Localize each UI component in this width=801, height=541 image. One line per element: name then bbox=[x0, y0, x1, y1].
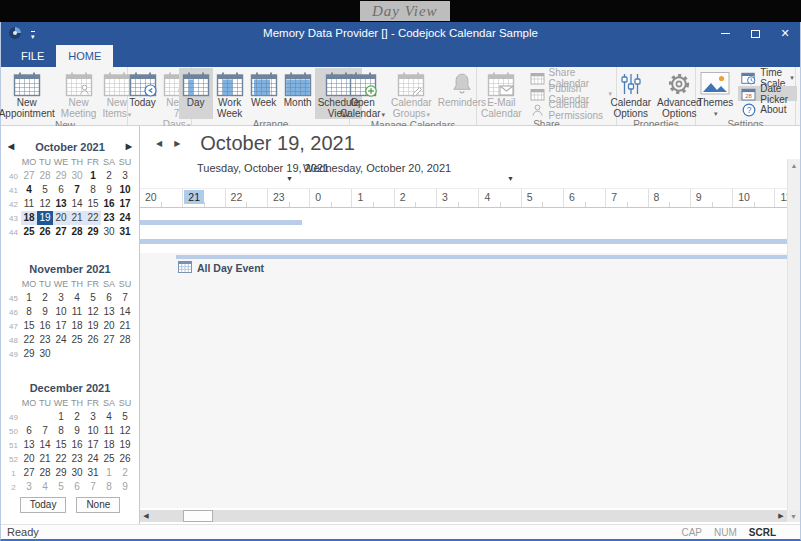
maximize-button[interactable] bbox=[740, 22, 770, 45]
mini-calendar-day[interactable]: 24 bbox=[117, 211, 133, 225]
new-appointment-button[interactable]: NewAppointment bbox=[0, 68, 58, 120]
mini-calendar-day[interactable]: 1 bbox=[85, 169, 101, 183]
date-picker-button[interactable]: 28 Date Picker bbox=[738, 86, 797, 101]
mini-calendar-day[interactable]: 26 bbox=[37, 225, 53, 239]
mini-calendar-day[interactable]: 14 bbox=[37, 438, 53, 452]
mini-calendar-day[interactable]: 23 bbox=[69, 452, 85, 466]
mini-calendar-day[interactable]: 4 bbox=[101, 410, 117, 424]
view-month-button[interactable]: Month bbox=[281, 68, 315, 119]
ruler-hour-cell[interactable]: 11 bbox=[774, 189, 787, 207]
mini-calendar-day[interactable]: 10 bbox=[53, 305, 69, 319]
ruler-hour-cell[interactable]: 5 bbox=[521, 189, 563, 207]
calendar-permissions-button[interactable]: Calendar Permissions bbox=[527, 102, 615, 117]
mini-calendar-day[interactable]: 28 bbox=[37, 466, 53, 480]
mini-calendar-day[interactable]: 23 bbox=[101, 211, 117, 225]
mini-calendar-day[interactable]: 10 bbox=[117, 183, 133, 197]
mini-calendar-day[interactable]: 8 bbox=[21, 305, 37, 319]
mini-calendar-day[interactable]: 30 bbox=[69, 466, 85, 480]
mini-calendar-day[interactable]: 21 bbox=[69, 211, 85, 225]
none-picker-button[interactable]: None bbox=[76, 497, 120, 513]
mini-calendar-day[interactable]: 5 bbox=[117, 410, 133, 424]
expand-day-arrow-icon[interactable]: ▼ bbox=[507, 175, 514, 182]
ruler-hour-cell[interactable]: 21 bbox=[182, 189, 224, 207]
mini-calendar-day[interactable]: 13 bbox=[21, 438, 37, 452]
ruler-hour-cell[interactable]: 7 bbox=[605, 189, 647, 207]
ruler-hour-cell[interactable]: 9 bbox=[690, 189, 732, 207]
mini-calendar-day[interactable]: 3 bbox=[21, 480, 37, 494]
mini-calendar-day[interactable]: 7 bbox=[85, 480, 101, 494]
mini-calendar-day[interactable]: 12 bbox=[117, 424, 133, 438]
mini-calendar-day[interactable]: 5 bbox=[85, 291, 101, 305]
mini-calendar-day[interactable]: 17 bbox=[117, 197, 133, 211]
mini-calendar-day[interactable]: 28 bbox=[37, 169, 53, 183]
mini-calendar-day[interactable]: 30 bbox=[69, 169, 85, 183]
mini-calendar-day[interactable]: 11 bbox=[101, 424, 117, 438]
mini-calendar-day[interactable]: 15 bbox=[53, 438, 69, 452]
mini-calendar-day[interactable]: 1 bbox=[53, 410, 69, 424]
ruler-hour-cell[interactable]: 8 bbox=[648, 189, 690, 207]
mini-calendar-day[interactable]: 8 bbox=[101, 480, 117, 494]
vertical-scrollbar[interactable]: ▲ bbox=[787, 159, 800, 513]
mini-calendar-day[interactable]: 27 bbox=[21, 169, 37, 183]
mini-calendar-day[interactable]: 14 bbox=[117, 305, 133, 319]
ruler-hour-cell[interactable]: 2 bbox=[394, 189, 436, 207]
mini-calendar-day[interactable]: 7 bbox=[117, 291, 133, 305]
close-button[interactable]: ✕ bbox=[770, 22, 800, 45]
mini-calendar-day[interactable]: 6 bbox=[53, 183, 69, 197]
minimize-button[interactable] bbox=[710, 22, 740, 45]
ruler-hour-cell[interactable]: 20 bbox=[140, 189, 182, 207]
view-week-button[interactable]: Week bbox=[247, 68, 281, 119]
email-calendar-button[interactable]: E-MailCalendar bbox=[478, 68, 525, 119]
calendar-groups-button[interactable]: Calendar Groups▾ bbox=[388, 68, 435, 120]
ruler-hour-cell[interactable]: 1 bbox=[351, 189, 393, 207]
mini-calendar-day[interactable]: 18 bbox=[21, 211, 37, 225]
themes-button[interactable]: Themes ▾ bbox=[694, 68, 736, 119]
mini-calendar-day[interactable]: 14 bbox=[69, 197, 85, 211]
mini-calendar-day[interactable]: 4 bbox=[69, 291, 85, 305]
ruler-hour-cell[interactable]: 3 bbox=[436, 189, 478, 207]
mini-calendar-day[interactable]: 6 bbox=[69, 480, 85, 494]
ruler-hour-cell[interactable]: 10 bbox=[732, 189, 774, 207]
mini-calendar-day[interactable]: 4 bbox=[21, 183, 37, 197]
scroll-left-arrow-icon[interactable]: ◀ bbox=[140, 510, 152, 522]
mini-calendar-day[interactable]: 2 bbox=[69, 410, 85, 424]
mini-calendar-day[interactable]: 6 bbox=[101, 291, 117, 305]
all-day-event-row[interactable]: All Day Event bbox=[178, 261, 264, 275]
mini-calendar-day[interactable]: 8 bbox=[53, 424, 69, 438]
scroll-down-arrow-icon[interactable]: ▼ bbox=[787, 510, 800, 522]
mini-calendar-day[interactable]: 19 bbox=[85, 319, 101, 333]
mini-calendar-day[interactable]: 16 bbox=[37, 319, 53, 333]
mini-calendar-day[interactable]: 27 bbox=[21, 466, 37, 480]
view-work-week-button[interactable]: WorkWeek bbox=[213, 68, 247, 119]
mini-calendar-day[interactable]: 27 bbox=[101, 333, 117, 347]
next-month-arrow-icon[interactable]: ▶ bbox=[126, 142, 132, 151]
mini-calendar-day[interactable]: 25 bbox=[69, 333, 85, 347]
open-calendar-button[interactable]: Open Calendar▾ bbox=[337, 68, 388, 120]
new-meeting-button[interactable]: NewMeeting bbox=[58, 68, 100, 120]
mini-calendar-day[interactable]: 15 bbox=[21, 319, 37, 333]
next-date-button[interactable]: ▶ bbox=[172, 139, 182, 148]
view-day-button[interactable]: Day bbox=[179, 68, 213, 119]
mini-calendar-day[interactable]: 12 bbox=[85, 305, 101, 319]
horizontal-scrollbar[interactable]: ◀ ▶ bbox=[140, 510, 787, 522]
mini-calendar-day[interactable]: 29 bbox=[21, 347, 37, 361]
mini-calendar-day[interactable]: 21 bbox=[37, 452, 53, 466]
scroll-right-arrow-icon[interactable]: ▶ bbox=[775, 510, 787, 522]
mini-calendar-day[interactable]: 11 bbox=[21, 197, 37, 211]
mini-calendar-day[interactable]: 2 bbox=[37, 291, 53, 305]
mini-calendar-day[interactable]: 9 bbox=[117, 480, 133, 494]
mini-calendar-day[interactable]: 19 bbox=[37, 211, 53, 225]
mini-calendar-day[interactable]: 4 bbox=[37, 480, 53, 494]
scroll-up-arrow-icon[interactable]: ▲ bbox=[788, 159, 800, 172]
schedule-canvas[interactable]: All Day Event bbox=[140, 209, 787, 508]
mini-calendar-day[interactable]: 25 bbox=[21, 225, 37, 239]
mini-calendar-day[interactable]: 26 bbox=[85, 333, 101, 347]
mini-calendar-day[interactable]: 24 bbox=[85, 452, 101, 466]
mini-calendar-day[interactable]: 20 bbox=[21, 452, 37, 466]
mini-calendar-day[interactable]: 13 bbox=[101, 305, 117, 319]
today-picker-button[interactable]: Today bbox=[20, 497, 67, 513]
mini-calendar-day[interactable]: 15 bbox=[85, 197, 101, 211]
mini-calendar-day[interactable]: 25 bbox=[101, 452, 117, 466]
mini-calendar-day[interactable]: 19 bbox=[117, 438, 133, 452]
mini-calendar-day[interactable]: 9 bbox=[69, 424, 85, 438]
